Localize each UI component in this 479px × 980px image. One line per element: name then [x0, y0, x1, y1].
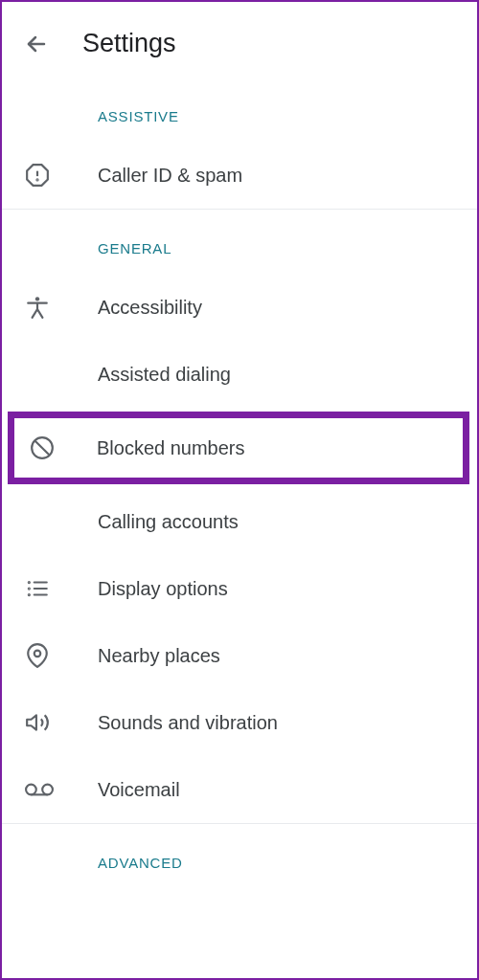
svg-point-13: [29, 588, 30, 589]
item-voicemail[interactable]: Voicemail: [2, 756, 477, 823]
highlight-blocked-numbers: Blocked numbers: [8, 412, 469, 484]
item-label: Accessibility: [98, 297, 202, 319]
item-caller-id-spam[interactable]: Caller ID & spam: [2, 142, 477, 209]
item-label: Display options: [98, 578, 228, 600]
header-bar: Settings: [2, 2, 477, 78]
section-general: GENERAL: [2, 210, 477, 274]
back-button[interactable]: [25, 33, 48, 56]
list-icon: [25, 576, 50, 601]
item-display-options[interactable]: Display options: [2, 555, 477, 622]
svg-point-15: [29, 594, 30, 595]
arrow-left-icon: [25, 32, 48, 56]
item-label: Voicemail: [98, 779, 180, 801]
svg-line-10: [34, 440, 49, 455]
item-calling-accounts[interactable]: Calling accounts: [2, 488, 477, 555]
voicemail-icon: [25, 777, 54, 802]
page-title: Settings: [82, 29, 176, 58]
item-label: Nearby places: [98, 645, 220, 667]
svg-point-19: [26, 785, 36, 795]
item-label: Blocked numbers: [97, 437, 245, 459]
svg-line-8: [37, 309, 42, 318]
block-icon: [30, 435, 55, 460]
section-advanced: ADVANCED: [2, 824, 477, 888]
svg-point-3: [36, 179, 37, 180]
location-pin-icon: [25, 643, 50, 668]
section-assistive: ASSISTIVE: [2, 78, 477, 142]
item-nearby-places[interactable]: Nearby places: [2, 622, 477, 689]
svg-point-4: [35, 297, 39, 301]
accessibility-icon: [25, 295, 50, 320]
item-assisted-dialing[interactable]: Assisted dialing: [2, 341, 477, 408]
item-label: Calling accounts: [98, 511, 239, 533]
item-sounds-vibration[interactable]: Sounds and vibration: [2, 689, 477, 756]
svg-point-17: [34, 651, 41, 657]
item-label: Caller ID & spam: [98, 165, 242, 187]
svg-marker-18: [27, 715, 36, 729]
item-blocked-numbers[interactable]: Blocked numbers: [14, 418, 463, 478]
item-accessibility[interactable]: Accessibility: [2, 274, 477, 341]
svg-point-20: [42, 785, 53, 795]
item-label: Assisted dialing: [98, 364, 231, 386]
item-label: Sounds and vibration: [98, 712, 278, 734]
svg-line-7: [33, 309, 37, 318]
svg-point-11: [29, 582, 30, 583]
alert-octagon-icon: [25, 163, 50, 188]
speaker-icon: [25, 710, 50, 735]
